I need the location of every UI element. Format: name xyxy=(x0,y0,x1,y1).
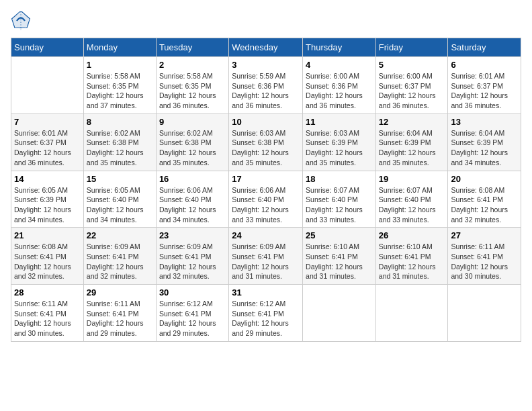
weekday-header-saturday: Saturday xyxy=(448,38,521,57)
page-header xyxy=(11,11,521,31)
day-info: Sunrise: 6:09 AMSunset: 6:41 PMDaylight:… xyxy=(87,242,153,281)
calendar-cell: 15Sunrise: 6:05 AMSunset: 6:40 PMDayligh… xyxy=(83,171,156,228)
day-info: Sunrise: 6:07 AMSunset: 6:40 PMDaylight:… xyxy=(379,185,445,225)
calendar-cell: 13Sunrise: 6:04 AMSunset: 6:39 PMDayligh… xyxy=(448,113,521,171)
day-info: Sunrise: 6:12 AMSunset: 6:41 PMDaylight:… xyxy=(159,299,226,338)
calendar-cell: 9Sunrise: 6:02 AMSunset: 6:38 PMDaylight… xyxy=(156,113,228,171)
calendar-body: 1Sunrise: 5:58 AMSunset: 6:35 PMDaylight… xyxy=(11,57,521,342)
calendar-cell: 16Sunrise: 6:06 AMSunset: 6:40 PMDayligh… xyxy=(156,171,228,228)
calendar-cell: 30Sunrise: 6:12 AMSunset: 6:41 PMDayligh… xyxy=(156,285,228,342)
calendar-cell: 23Sunrise: 6:09 AMSunset: 6:41 PMDayligh… xyxy=(156,228,228,285)
calendar-cell: 29Sunrise: 6:11 AMSunset: 6:41 PMDayligh… xyxy=(83,285,156,342)
day-number: 18 xyxy=(306,174,373,184)
calendar-cell: 19Sunrise: 6:07 AMSunset: 6:40 PMDayligh… xyxy=(375,171,448,228)
day-number: 31 xyxy=(232,287,300,298)
calendar-week-row: 21Sunrise: 6:08 AMSunset: 6:41 PMDayligh… xyxy=(11,228,521,285)
calendar-cell: 14Sunrise: 6:05 AMSunset: 6:39 PMDayligh… xyxy=(11,171,84,228)
day-info: Sunrise: 6:02 AMSunset: 6:38 PMDaylight:… xyxy=(159,128,226,168)
day-number: 11 xyxy=(306,117,373,127)
day-number: 16 xyxy=(159,174,226,184)
calendar-cell: 1Sunrise: 5:58 AMSunset: 6:35 PMDaylight… xyxy=(83,57,156,114)
day-number: 22 xyxy=(87,230,153,240)
calendar-cell: 5Sunrise: 6:00 AMSunset: 6:37 PMDaylight… xyxy=(375,57,448,114)
calendar-cell: 11Sunrise: 6:03 AMSunset: 6:39 PMDayligh… xyxy=(303,113,376,171)
day-number: 14 xyxy=(14,174,81,184)
day-number: 17 xyxy=(232,174,300,184)
calendar-cell: 24Sunrise: 6:09 AMSunset: 6:41 PMDayligh… xyxy=(229,228,303,285)
calendar-cell xyxy=(303,285,376,342)
calendar-cell: 26Sunrise: 6:10 AMSunset: 6:41 PMDayligh… xyxy=(375,228,448,285)
day-info: Sunrise: 6:03 AMSunset: 6:39 PMDaylight:… xyxy=(306,128,373,168)
day-info: Sunrise: 6:01 AMSunset: 6:37 PMDaylight:… xyxy=(451,71,518,111)
calendar-week-row: 7Sunrise: 6:01 AMSunset: 6:37 PMDaylight… xyxy=(11,113,521,171)
day-number: 25 xyxy=(306,230,373,240)
day-info: Sunrise: 6:04 AMSunset: 6:39 PMDaylight:… xyxy=(379,128,445,168)
calendar-cell: 8Sunrise: 6:02 AMSunset: 6:38 PMDaylight… xyxy=(83,113,156,171)
day-info: Sunrise: 6:06 AMSunset: 6:40 PMDaylight:… xyxy=(159,185,226,225)
calendar-week-row: 28Sunrise: 6:11 AMSunset: 6:41 PMDayligh… xyxy=(11,285,521,342)
day-info: Sunrise: 6:11 AMSunset: 6:41 PMDaylight:… xyxy=(14,299,81,338)
day-info: Sunrise: 6:12 AMSunset: 6:41 PMDaylight:… xyxy=(232,299,300,338)
day-number: 9 xyxy=(159,117,226,127)
weekday-header-row: SundayMondayTuesdayWednesdayThursdayFrid… xyxy=(11,38,521,57)
calendar-cell: 4Sunrise: 6:00 AMSunset: 6:36 PMDaylight… xyxy=(303,57,376,114)
day-info: Sunrise: 5:58 AMSunset: 6:35 PMDaylight:… xyxy=(159,71,226,111)
weekday-header-monday: Monday xyxy=(83,38,156,57)
day-info: Sunrise: 5:59 AMSunset: 6:36 PMDaylight:… xyxy=(232,71,300,111)
weekday-header-tuesday: Tuesday xyxy=(156,38,228,57)
calendar-cell: 21Sunrise: 6:08 AMSunset: 6:41 PMDayligh… xyxy=(11,228,84,285)
day-info: Sunrise: 6:08 AMSunset: 6:41 PMDaylight:… xyxy=(14,242,81,281)
day-number: 12 xyxy=(379,117,445,127)
day-number: 27 xyxy=(451,230,518,240)
day-info: Sunrise: 6:04 AMSunset: 6:39 PMDaylight:… xyxy=(451,128,518,168)
day-number: 24 xyxy=(232,230,300,240)
day-info: Sunrise: 6:08 AMSunset: 6:41 PMDaylight:… xyxy=(451,185,518,225)
day-number: 13 xyxy=(451,117,518,127)
weekday-header-sunday: Sunday xyxy=(11,38,84,57)
day-info: Sunrise: 6:05 AMSunset: 6:40 PMDaylight:… xyxy=(87,185,153,225)
day-number: 10 xyxy=(232,117,300,127)
calendar-cell: 27Sunrise: 6:11 AMSunset: 6:41 PMDayligh… xyxy=(448,228,521,285)
day-info: Sunrise: 6:09 AMSunset: 6:41 PMDaylight:… xyxy=(159,242,226,281)
day-number: 7 xyxy=(14,117,81,127)
day-info: Sunrise: 6:07 AMSunset: 6:40 PMDaylight:… xyxy=(306,185,373,225)
day-info: Sunrise: 6:05 AMSunset: 6:39 PMDaylight:… xyxy=(14,185,81,225)
calendar-cell: 17Sunrise: 6:06 AMSunset: 6:40 PMDayligh… xyxy=(229,171,303,228)
calendar-cell: 2Sunrise: 5:58 AMSunset: 6:35 PMDaylight… xyxy=(156,57,228,114)
day-info: Sunrise: 6:10 AMSunset: 6:41 PMDaylight:… xyxy=(306,242,373,281)
day-number: 6 xyxy=(451,60,518,70)
calendar-cell: 18Sunrise: 6:07 AMSunset: 6:40 PMDayligh… xyxy=(303,171,376,228)
day-number: 3 xyxy=(232,60,300,70)
day-info: Sunrise: 6:02 AMSunset: 6:38 PMDaylight:… xyxy=(87,128,153,168)
calendar-cell xyxy=(375,285,448,342)
weekday-header-wednesday: Wednesday xyxy=(229,38,303,57)
day-number: 2 xyxy=(159,60,226,70)
calendar-cell: 10Sunrise: 6:03 AMSunset: 6:38 PMDayligh… xyxy=(229,113,303,171)
calendar-cell: 7Sunrise: 6:01 AMSunset: 6:37 PMDaylight… xyxy=(11,113,84,171)
calendar-cell: 31Sunrise: 6:12 AMSunset: 6:41 PMDayligh… xyxy=(229,285,303,342)
day-number: 1 xyxy=(87,60,153,70)
day-info: Sunrise: 6:11 AMSunset: 6:41 PMDaylight:… xyxy=(451,242,518,281)
calendar-cell: 12Sunrise: 6:04 AMSunset: 6:39 PMDayligh… xyxy=(375,113,448,171)
calendar-cell: 28Sunrise: 6:11 AMSunset: 6:41 PMDayligh… xyxy=(11,285,84,342)
day-number: 23 xyxy=(159,230,226,240)
day-info: Sunrise: 6:00 AMSunset: 6:36 PMDaylight:… xyxy=(306,71,373,111)
calendar-cell xyxy=(448,285,521,342)
calendar-table: SundayMondayTuesdayWednesdayThursdayFrid… xyxy=(11,38,521,342)
day-info: Sunrise: 6:03 AMSunset: 6:38 PMDaylight:… xyxy=(232,128,300,168)
calendar-cell: 20Sunrise: 6:08 AMSunset: 6:41 PMDayligh… xyxy=(448,171,521,228)
calendar-cell: 3Sunrise: 5:59 AMSunset: 6:36 PMDaylight… xyxy=(229,57,303,114)
day-number: 19 xyxy=(379,174,445,184)
day-number: 5 xyxy=(379,60,445,70)
logo xyxy=(11,11,34,31)
day-number: 26 xyxy=(379,230,445,240)
calendar-week-row: 14Sunrise: 6:05 AMSunset: 6:39 PMDayligh… xyxy=(11,171,521,228)
day-number: 30 xyxy=(159,287,226,298)
day-number: 28 xyxy=(14,287,81,298)
weekday-header-friday: Friday xyxy=(375,38,448,57)
weekday-header-thursday: Thursday xyxy=(303,38,376,57)
day-number: 15 xyxy=(87,174,153,184)
day-number: 29 xyxy=(87,287,153,298)
day-info: Sunrise: 6:11 AMSunset: 6:41 PMDaylight:… xyxy=(87,299,153,338)
day-info: Sunrise: 6:01 AMSunset: 6:37 PMDaylight:… xyxy=(14,128,81,168)
